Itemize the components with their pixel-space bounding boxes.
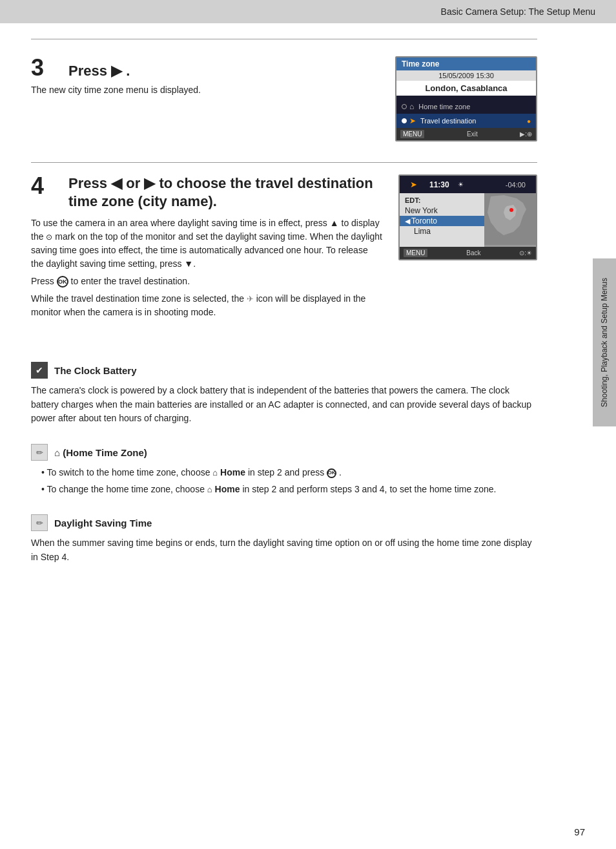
step3-press-label: Press [68,63,107,79]
side-tab-text: Shooting, Playback and Setup Menus [601,278,608,407]
td-map-svg [484,193,536,245]
tz-option-travel: ➤ Travel destination ● [396,114,536,128]
td-bottom-bar: MENU Back ⊙:☀ [400,247,536,259]
td-city-lima: Lima [405,226,479,236]
tz-title-bar: Time zone [396,58,536,70]
td-menu-label: MENU [404,249,427,257]
note-daylight-body: When the summer saving time begins or en… [31,536,537,564]
step3-section: 3 Press ▶ . The new city time zone menu … [31,39,537,142]
radio-dot-travel [402,118,407,123]
travel-dest-icon: ✈ [247,294,254,304]
td-city-header: EDT: [405,196,479,204]
header-bar: Basic Camera Setup: The Setup Menu [0,0,616,23]
tz-date-row: 15/05/2009 15:30 [396,70,536,81]
step4-body3: While the travel destination time zone i… [31,292,383,319]
note-home-tz: ✏ ⌂ (Home Time Zone) To switch to the ho… [31,444,537,496]
note-clock-header: ✔ The Clock Battery [31,362,537,379]
note-daylight-header: ✏ Daylight Saving Time [31,514,537,531]
note-home-title: ⌂ (Home Time Zone) [54,447,147,458]
step3-number: 3 [31,56,59,79]
note-pencil-icon-home: ✏ [31,444,48,461]
step4-body2: Press OK to enter the travel destination… [31,275,383,288]
ok-circle-icon: OK [57,276,68,288]
step4-number: 4 [31,174,59,198]
td-sun-icon: ☀ [458,181,464,188]
td-time: 11:30 [424,178,455,191]
step3-text: 3 Press ▶ . The new city time zone menu … [31,56,380,101]
note-pencil-icon-daylight: ✏ [31,514,48,531]
td-offset: -04:00 [500,179,531,191]
tz-bottom-icon: ▶:⊕ [520,131,532,138]
page-number: 97 [574,826,585,837]
bullet2-home-icon: ⌂ [207,485,212,494]
step4-title: Press ◀ or ▶ to choose the travel destin… [68,174,383,210]
tz-menu-label: MENU [400,130,424,138]
radio-dot-home [402,104,407,109]
step4-arrow-right-icon: ▶ [144,175,159,191]
step4-body1: To use the camera in an area where dayli… [31,216,383,271]
td-city-list: EDT: New York ◀Toronto Lima [400,193,484,247]
bullet2-bold: Home [215,484,240,494]
note-home-bullet1: To switch to the home time zone, choose … [41,466,537,480]
step3-arrow-right-icon: ▶ [111,63,122,79]
td-back-label: Back [466,249,480,257]
tz-bullet-icon: ● [527,118,531,125]
note-home-bullet2: To change the home time zone, choose ⌂ H… [41,483,537,497]
camera-screen-1: Time zone 15/05/2009 15:30 London, Casab… [395,56,537,142]
note-check-icon: ✔ [31,362,48,379]
td-map [484,193,536,247]
note-clock-battery: ✔ The Clock Battery The camera's clock i… [31,362,537,426]
td-selected-arrow: ◀ [405,217,410,225]
tz-option-home: ⌂ Home time zone [396,100,536,114]
tz-home-label: Home time zone [418,103,470,110]
bullet1-ok-icon: OK [327,468,336,478]
td-travel-arrow-icon: ➤ [405,178,422,191]
tz-travel-label: Travel destination [420,117,476,125]
step4-press-label: Press [68,175,107,191]
step4-arrow-left-icon: ◀ [111,175,126,191]
note-daylight-title: Daylight Saving Time [54,518,152,529]
tz-city-row: London, Casablanca [396,81,536,96]
travel-arrow-icon: ➤ [409,116,416,125]
td-city-area: EDT: New York ◀Toronto Lima [400,193,536,247]
header-title: Basic Camera Setup: The Setup Menu [441,6,595,17]
tz-exit-label: Exit [467,131,478,138]
tz-bottom-bar: MENU Exit ▶:⊕ [396,128,536,140]
td-top-bar: ➤ 11:30 ☀ -04:00 [400,176,536,193]
note-home-house-icon: ⌂ [54,447,60,458]
td-city-newyork: New York [405,205,479,216]
td-bottom-right: ⊙:☀ [519,249,532,257]
side-tab: Shooting, Playback and Setup Menus [593,258,616,426]
home-icon-tz: ⌂ [409,102,414,111]
note-daylight: ✏ Daylight Saving Time When the summer s… [31,514,537,564]
step4-text: 4 Press ◀ or ▶ to choose the travel dest… [31,174,383,323]
bullet1-home-icon: ⌂ [212,468,218,477]
step4-or-label: or [126,175,140,191]
td-city-toronto: ◀Toronto [400,216,484,226]
note-home-header: ✏ ⌂ (Home Time Zone) [31,444,537,461]
main-content: 3 Press ▶ . The new city time zone menu … [0,23,568,592]
step3-title: Press ▶ . [68,63,130,79]
bullet1-bold: Home [220,467,245,477]
step3-description: The new city time zone menu is displayed… [31,83,380,97]
camera-screen-2: ➤ 11:30 ☀ -04:00 EDT: New York ◀Toronto … [398,174,537,260]
svg-point-3 [509,208,513,212]
step4-section: 4 Press ◀ or ▶ to choose the travel dest… [31,162,537,323]
note-clock-title: The Clock Battery [54,365,137,376]
note-clock-body: The camera's clock is powered by a clock… [31,384,537,426]
